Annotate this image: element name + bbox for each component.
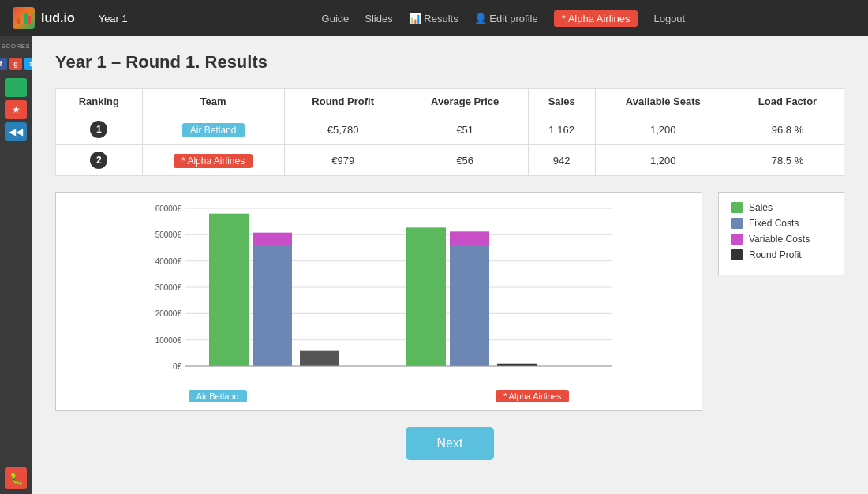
bar-chart: 60000€50000€40000€30000€20000€10000€0€ bbox=[64, 200, 694, 382]
svg-text:40000€: 40000€ bbox=[155, 257, 182, 266]
nav-results[interactable]: 📊 Results bbox=[409, 13, 458, 24]
brand: lud.io bbox=[13, 7, 75, 29]
svg-rect-24 bbox=[450, 231, 489, 245]
chart-section: 60000€50000€40000€30000€20000€10000€0€ A… bbox=[55, 192, 844, 411]
svg-text:30000€: 30000€ bbox=[155, 283, 182, 292]
col-round-profit: Round Profit bbox=[284, 89, 402, 114]
svg-rect-0 bbox=[17, 18, 20, 24]
svg-rect-1 bbox=[21, 15, 24, 24]
next-button[interactable]: Next bbox=[406, 427, 495, 460]
cell-avg-price: €56 bbox=[402, 145, 528, 176]
svg-rect-3 bbox=[28, 16, 31, 24]
svg-rect-18 bbox=[209, 214, 249, 366]
team2-chart-label: * Alpha Airlines bbox=[496, 390, 569, 402]
layout: SCORES f g t ★ ◀◀ Year 1 – Round 1. Resu… bbox=[0, 36, 868, 494]
table-row: 2 * Alpha Airlines €979 €56 942 1,200 78… bbox=[56, 145, 844, 176]
next-btn-container: Next bbox=[55, 427, 844, 460]
chart-icon: 📊 bbox=[409, 13, 425, 24]
table-row: 1 Air Betland €5,780 €51 1,162 1,200 96.… bbox=[56, 114, 844, 145]
cell-sales: 942 bbox=[528, 145, 595, 176]
sidebar-item-green[interactable] bbox=[5, 78, 27, 97]
cell-sales: 1,162 bbox=[528, 114, 595, 145]
col-sales: Sales bbox=[528, 89, 595, 114]
col-avg-price: Average Price bbox=[402, 89, 528, 114]
user-icon: 👤 bbox=[474, 13, 490, 24]
cell-load-factor: 78.5 % bbox=[731, 145, 844, 176]
legend-color bbox=[731, 249, 743, 260]
nav-links: Guide Slides 📊 Results 👤 Edit profile * … bbox=[152, 10, 855, 27]
legend-color bbox=[731, 218, 743, 229]
cell-ranking: 1 bbox=[56, 114, 143, 145]
legend-item: Round Profit bbox=[731, 249, 831, 260]
legend-label: Fixed Costs bbox=[749, 218, 799, 229]
legend: Sales Fixed Costs Variable Costs Round P… bbox=[718, 192, 844, 275]
nav-active-airline[interactable]: * Alpha Airlines bbox=[554, 10, 638, 27]
main-content: Year 1 – Round 1. Results Ranking Team R… bbox=[32, 36, 868, 494]
bottom-bar: 🐛 bbox=[0, 462, 32, 494]
svg-text:20000€: 20000€ bbox=[155, 309, 182, 318]
col-ranking: Ranking bbox=[56, 89, 143, 114]
col-available-seats: Available Seats bbox=[595, 89, 731, 114]
legend-label: Variable Costs bbox=[749, 234, 810, 245]
svg-text:0€: 0€ bbox=[173, 362, 182, 371]
svg-text:10000€: 10000€ bbox=[155, 336, 182, 345]
legend-item: Variable Costs bbox=[731, 234, 831, 245]
svg-text:50000€: 50000€ bbox=[155, 230, 182, 239]
legend-label: Round Profit bbox=[749, 249, 802, 260]
legend-color bbox=[731, 202, 743, 213]
scores-label: SCORES bbox=[2, 43, 31, 50]
col-load-factor: Load Factor bbox=[731, 89, 844, 114]
results-table: Ranking Team Round Profit Average Price … bbox=[55, 88, 844, 176]
cell-available-seats: 1,200 bbox=[595, 145, 731, 176]
cell-round-profit: €5,780 bbox=[284, 114, 402, 145]
team1-chart-label: Air Betland bbox=[189, 390, 247, 402]
svg-rect-2 bbox=[24, 13, 28, 24]
nav-slides[interactable]: Slides bbox=[365, 13, 392, 24]
sidebar-item-back[interactable]: ◀◀ bbox=[5, 122, 27, 141]
chart-labels: Air Betland * Alpha Airlines bbox=[64, 390, 694, 402]
navbar: lud.io Year 1 Guide Slides 📊 Results 👤 E… bbox=[0, 0, 868, 36]
bug-icon[interactable]: 🐛 bbox=[5, 467, 27, 489]
year-label: Year 1 bbox=[99, 13, 128, 24]
chart-wrapper: 60000€50000€40000€30000€20000€10000€0€ A… bbox=[55, 192, 702, 411]
svg-text:60000€: 60000€ bbox=[155, 204, 182, 213]
sidebar-item-red[interactable]: ★ bbox=[5, 100, 27, 119]
legend-item: Sales bbox=[731, 202, 831, 213]
legend-label: Sales bbox=[749, 202, 773, 213]
col-team: Team bbox=[142, 89, 284, 114]
svg-rect-22 bbox=[406, 227, 446, 366]
brand-name: lud.io bbox=[41, 11, 75, 25]
cell-available-seats: 1,200 bbox=[595, 114, 731, 145]
legend-color bbox=[731, 234, 743, 245]
page-title: Year 1 – Round 1. Results bbox=[55, 52, 844, 73]
facebook-icon[interactable]: f bbox=[0, 58, 7, 70]
nav-guide[interactable]: Guide bbox=[322, 13, 350, 24]
legend-item: Fixed Costs bbox=[731, 218, 831, 229]
cell-load-factor: 96.8 % bbox=[731, 114, 844, 145]
nav-edit-profile[interactable]: 👤 Edit profile bbox=[474, 13, 538, 24]
cell-avg-price: €51 bbox=[402, 114, 528, 145]
logo-icon bbox=[13, 7, 35, 29]
cell-team: * Alpha Airlines bbox=[142, 145, 284, 176]
nav-logout[interactable]: Logout bbox=[653, 13, 685, 24]
svg-rect-20 bbox=[253, 233, 292, 245]
cell-ranking: 2 bbox=[56, 145, 143, 176]
svg-rect-23 bbox=[450, 245, 489, 366]
svg-rect-21 bbox=[300, 351, 339, 366]
cell-round-profit: €979 bbox=[284, 145, 402, 176]
googleplus-icon[interactable]: g bbox=[9, 58, 22, 70]
sidebar: SCORES f g t ★ ◀◀ bbox=[0, 36, 32, 494]
svg-rect-19 bbox=[253, 245, 292, 366]
cell-team: Air Betland bbox=[142, 114, 284, 145]
